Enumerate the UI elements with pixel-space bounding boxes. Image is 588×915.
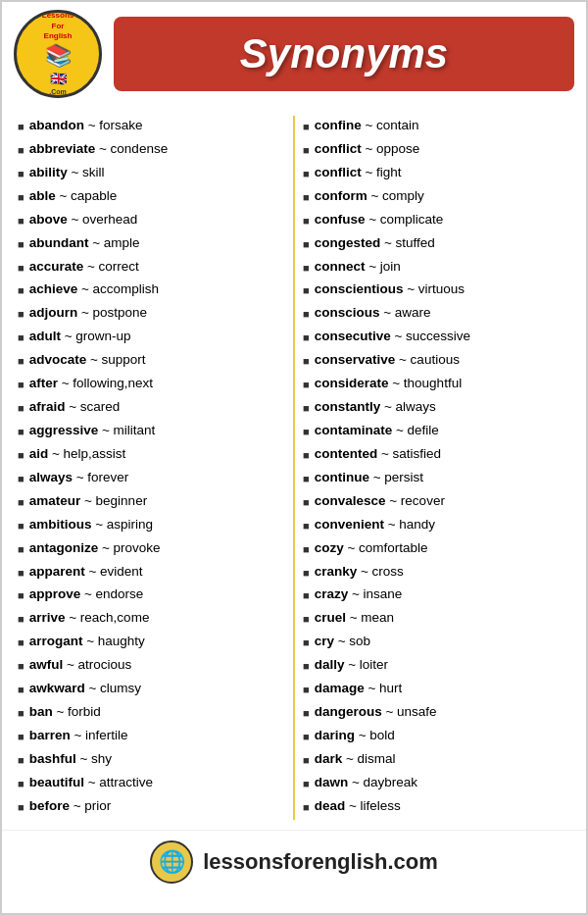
page-title: Synonyms — [133, 30, 555, 77]
bullet-icon: ■ — [18, 236, 24, 253]
bullet-icon: ■ — [18, 541, 24, 558]
list-item: ■arrogant ~ haughty — [18, 632, 285, 652]
bullet-icon: ■ — [303, 776, 310, 792]
bullet-icon: ■ — [18, 447, 24, 464]
list-item: ■cozy ~ comfortable — [303, 538, 570, 559]
list-item: ■conscientious ~ virtuous — [303, 280, 570, 300]
list-item: ■conform ~ comply — [303, 186, 570, 207]
bullet-icon: ■ — [303, 565, 310, 582]
list-item: ■adult ~ grown-up — [18, 327, 285, 347]
list-item: ■beautiful ~ attractive — [18, 773, 285, 793]
bullet-icon: ■ — [303, 682, 310, 698]
bullet-icon: ■ — [18, 189, 24, 206]
list-item: ■connect ~ join — [303, 257, 570, 278]
bullet-icon: ■ — [303, 142, 310, 159]
list-item: ■congested ~ stuffed — [303, 233, 570, 254]
bullet-icon: ■ — [303, 260, 310, 277]
list-item: ■consecutive ~ successive — [303, 327, 570, 347]
content-area: ■abandon ~ forsake■abbreviate ~ condense… — [2, 106, 586, 830]
bullet-icon: ■ — [18, 565, 24, 582]
list-item: ■crazy ~ insane — [303, 585, 570, 605]
left-column: ■abandon ~ forsake■abbreviate ~ condense… — [10, 116, 295, 820]
bullet-icon: ■ — [18, 471, 24, 487]
bullet-icon: ■ — [303, 213, 310, 229]
list-item: ■advocate ~ support — [18, 350, 285, 371]
bullet-icon: ■ — [303, 705, 310, 722]
bullet-icon: ■ — [303, 494, 310, 511]
bullet-icon: ■ — [18, 424, 24, 440]
list-item: ■conflict ~ fight — [303, 163, 570, 183]
bullet-icon: ■ — [303, 635, 310, 651]
bullet-icon: ■ — [303, 353, 310, 370]
list-item: ■cranky ~ cross — [303, 562, 570, 583]
list-item: ■dally ~ loiter — [303, 655, 570, 676]
list-item: ■conscious ~ aware — [303, 303, 570, 324]
bullet-icon: ■ — [18, 705, 24, 722]
bullet-icon: ■ — [303, 330, 310, 346]
list-item: ■afraid ~ scared — [18, 397, 285, 418]
list-item: ■ban ~ forbid — [18, 702, 285, 723]
list-item: ■abandon ~ forsake — [18, 116, 285, 136]
list-item: ■amateur ~ beginner — [18, 491, 285, 512]
list-item: ■dark ~ dismal — [303, 749, 570, 770]
bullet-icon: ■ — [303, 306, 310, 323]
bullet-icon: ■ — [303, 119, 310, 135]
list-item: ■accurate ~ correct — [18, 257, 285, 278]
list-item: ■contented ~ satisfied — [303, 444, 570, 465]
bullet-icon: ■ — [303, 611, 310, 628]
list-item: ■apparent ~ evident — [18, 562, 285, 583]
bullet-icon: ■ — [18, 494, 24, 511]
bullet-icon: ■ — [303, 541, 310, 558]
bullet-icon: ■ — [303, 518, 310, 534]
bullet-icon: ■ — [18, 142, 24, 159]
bullet-icon: ■ — [18, 611, 24, 628]
bullet-icon: ■ — [18, 752, 24, 769]
list-item: ■conservative ~ cautious — [303, 350, 570, 371]
list-item: ■constantly ~ always — [303, 397, 570, 418]
bullet-icon: ■ — [18, 587, 24, 604]
list-item: ■dangerous ~ unsafe — [303, 702, 570, 723]
list-item: ■daring ~ bold — [303, 726, 570, 746]
bullet-icon: ■ — [303, 752, 310, 769]
globe-icon: 🌐 — [150, 840, 193, 884]
bullet-icon: ■ — [18, 353, 24, 370]
bullet-icon: ■ — [303, 447, 310, 464]
bullet-icon: ■ — [18, 330, 24, 346]
list-item: ■awkward ~ clumsy — [18, 679, 285, 699]
bullet-icon: ■ — [303, 166, 310, 182]
list-item: ■able ~ capable — [18, 186, 285, 207]
list-item: ■aggressive ~ militant — [18, 421, 285, 441]
bullet-icon: ■ — [18, 799, 24, 816]
bullet-icon: ■ — [303, 424, 310, 440]
list-item: ■cry ~ sob — [303, 632, 570, 652]
right-column: ■confine ~ contain■conflict ~ oppose■con… — [295, 116, 578, 820]
bullet-icon: ■ — [18, 213, 24, 229]
bullet-icon: ■ — [18, 400, 24, 417]
bullet-icon: ■ — [303, 377, 310, 393]
list-item: ■before ~ prior — [18, 796, 285, 817]
footer: 🌐 lessonsforenglish.com — [2, 830, 586, 893]
bullet-icon: ■ — [303, 729, 310, 745]
list-item: ■ambitious ~ aspiring — [18, 515, 285, 535]
logo: LessonsForEnglish 📚 🇬🇧 .Com — [14, 10, 102, 98]
list-item: ■convenient ~ handy — [303, 515, 570, 535]
list-item: ■abundant ~ ample — [18, 233, 285, 254]
bullet-icon: ■ — [303, 236, 310, 253]
bullet-icon: ■ — [18, 658, 24, 675]
list-item: ■cruel ~ mean — [303, 608, 570, 629]
list-item: ■arrive ~ reach,come — [18, 608, 285, 629]
list-item: ■continue ~ persist — [303, 468, 570, 488]
list-item: ■after ~ following,next — [18, 374, 285, 394]
bullet-icon: ■ — [303, 189, 310, 206]
header: LessonsForEnglish 📚 🇬🇧 .Com Synonyms — [2, 2, 586, 106]
list-item: ■awful ~ atrocious — [18, 655, 285, 676]
bullet-icon: ■ — [18, 119, 24, 135]
list-item: ■abbreviate ~ condense — [18, 139, 285, 160]
list-item: ■barren ~ infertile — [18, 726, 285, 746]
list-item: ■always ~ forever — [18, 468, 285, 488]
bullet-icon: ■ — [18, 682, 24, 698]
list-item: ■bashful ~ shy — [18, 749, 285, 770]
list-item: ■approve ~ endorse — [18, 585, 285, 605]
list-item: ■confuse ~ complicate — [303, 210, 570, 230]
list-item: ■adjourn ~ postpone — [18, 303, 285, 324]
